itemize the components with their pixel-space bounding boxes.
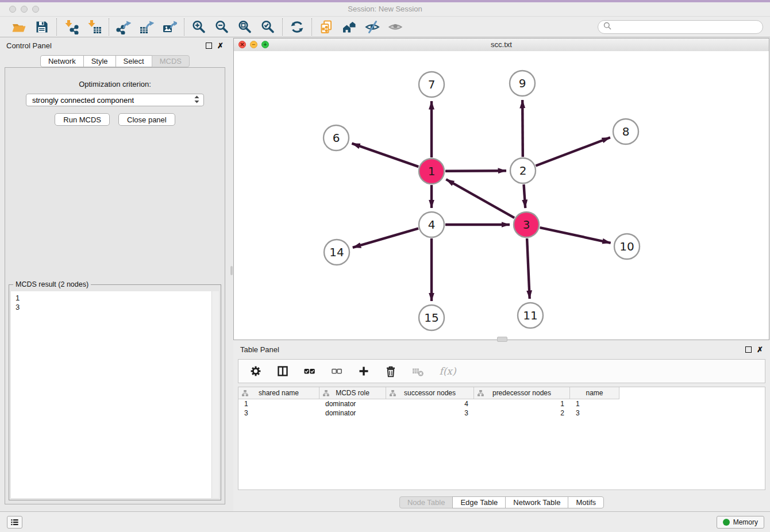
edge-1-2[interactable] (445, 171, 506, 171)
splitter-grip[interactable] (230, 266, 233, 275)
select-all-icon[interactable] (303, 364, 317, 378)
table-cell[interactable]: dominator (319, 399, 386, 408)
export-image-icon[interactable] (161, 19, 178, 35)
export-table-icon[interactable] (138, 19, 155, 35)
node-9[interactable]: 9 (510, 71, 535, 96)
add-icon[interactable] (357, 364, 371, 378)
tab-network-table[interactable]: Network Table (505, 496, 568, 508)
float-panel-icon[interactable] (206, 43, 212, 49)
close-window-icon[interactable] (9, 6, 16, 13)
table-cell[interactable]: 1 (570, 399, 619, 408)
delete-icon[interactable] (384, 364, 398, 378)
table-cell[interactable]: 1 (474, 399, 570, 408)
zoom-in-icon[interactable] (191, 19, 207, 35)
svg-text:6: 6 (333, 131, 340, 145)
show-all-icon[interactable] (387, 19, 403, 35)
table-header-row: shared nameMCDS rolesuccessor nodesprede… (238, 387, 765, 399)
tab-style[interactable]: Style (83, 55, 116, 67)
network-minimize-icon[interactable]: − (250, 41, 257, 48)
network-close-icon[interactable]: ✕ (238, 41, 246, 48)
tab-network[interactable]: Network (40, 55, 84, 67)
select-stepper-icon (194, 95, 200, 106)
network-maximize-icon[interactable]: + (261, 41, 269, 48)
network-resize-grip[interactable] (497, 337, 507, 342)
search-input[interactable] (615, 22, 757, 32)
columns-icon[interactable] (276, 364, 290, 378)
network-graph[interactable]: 7968124314101511 (234, 51, 769, 340)
zoom-fit-icon[interactable] (237, 19, 253, 35)
criterion-select[interactable]: strongly connected component (26, 94, 204, 106)
close-panel-button[interactable]: Close panel (118, 113, 175, 126)
table-cell[interactable]: 2 (474, 408, 570, 418)
zoom-out-icon[interactable] (214, 19, 230, 35)
node-10[interactable]: 10 (614, 234, 640, 259)
table-cell[interactable]: 4 (386, 399, 474, 408)
float-table-panel-icon[interactable] (745, 346, 752, 353)
node-1[interactable]: 1 (419, 159, 444, 184)
network-window-titlebar[interactable]: ✕ − + scc.txt (234, 38, 769, 52)
table-cell[interactable]: dominator (319, 408, 386, 418)
open-icon[interactable] (11, 19, 27, 35)
optimization-criterion-label: Optimization criterion: (5, 80, 225, 88)
export-network-icon[interactable] (116, 19, 132, 35)
import-network-icon[interactable] (63, 19, 79, 35)
mcds-result-node[interactable]: 1 (16, 294, 212, 303)
node-6[interactable]: 6 (324, 125, 349, 151)
table-cell[interactable]: 3 (386, 408, 474, 418)
column-header-successor-nodes[interactable]: successor nodes (386, 387, 474, 399)
tab-motifs[interactable]: Motifs (568, 496, 604, 508)
edge-4-14[interactable] (353, 229, 418, 248)
table-row[interactable]: 3dominator323 (238, 408, 765, 418)
mcds-result-list[interactable]: 13 (11, 291, 212, 498)
memory-button[interactable]: Memory (717, 516, 764, 529)
table-row[interactable]: 1dominator411 (238, 399, 765, 408)
edge-3-1[interactable] (446, 179, 514, 218)
close-table-panel-icon[interactable]: ✗ (757, 346, 763, 353)
unselect-all-icon[interactable] (330, 364, 344, 378)
edge-1-6[interactable] (352, 144, 418, 167)
zoom-selected-icon[interactable] (260, 19, 276, 35)
edge-3-11[interactable] (527, 238, 530, 299)
column-header-predecessor-nodes[interactable]: predecessor nodes (474, 387, 570, 399)
mcds-result-node[interactable]: 3 (16, 303, 212, 312)
table-cell[interactable]: 3 (238, 408, 319, 418)
tab-edge-table[interactable]: Edge Table (452, 496, 506, 508)
table-cell[interactable]: 1 (238, 399, 319, 408)
node-7[interactable]: 7 (419, 72, 444, 97)
import-table-icon[interactable] (86, 19, 102, 35)
memory-status-icon (723, 519, 730, 526)
network-canvas[interactable]: 7968124314101511 (234, 51, 769, 340)
column-header-shared-name[interactable]: shared name (238, 387, 319, 399)
run-mcds-button[interactable]: Run MCDS (55, 113, 110, 126)
network-view-window: ✕ − + scc.txt 7968124314101511 (233, 38, 769, 340)
node-15[interactable]: 15 (419, 305, 444, 330)
node-14[interactable]: 14 (324, 240, 349, 265)
edge-2-8[interactable] (536, 137, 610, 165)
node-2[interactable]: 2 (510, 158, 536, 183)
save-icon[interactable] (34, 19, 50, 35)
node-8[interactable]: 8 (613, 119, 638, 144)
first-neighbors-icon[interactable] (341, 19, 357, 35)
edge-2-9[interactable] (522, 100, 523, 157)
column-header-MCDS-role[interactable]: MCDS role (319, 387, 386, 399)
new-from-selection-icon[interactable] (318, 19, 334, 35)
minimize-window-icon[interactable] (21, 6, 28, 13)
task-history-button[interactable] (7, 516, 22, 529)
column-header-name[interactable]: name (570, 387, 619, 399)
settings-icon[interactable] (249, 364, 263, 378)
close-panel-icon[interactable]: ✗ (217, 43, 224, 49)
node-11[interactable]: 11 (518, 303, 543, 328)
refresh-icon[interactable] (289, 19, 305, 35)
table-cell[interactable]: 3 (570, 408, 619, 418)
search-box[interactable] (598, 20, 763, 34)
tab-node-table[interactable]: Node Table (399, 496, 453, 508)
node-4[interactable]: 4 (419, 212, 444, 237)
hide-selected-icon[interactable] (364, 19, 380, 35)
edge-2-3[interactable] (524, 184, 526, 208)
node-3[interactable]: 3 (514, 212, 539, 237)
tab-mcds[interactable]: MCDS (152, 55, 190, 67)
tab-select[interactable]: Select (116, 55, 152, 67)
result-scrollbar[interactable] (211, 291, 219, 498)
edge-3-10[interactable] (540, 228, 611, 243)
maximize-window-icon[interactable] (32, 6, 39, 13)
